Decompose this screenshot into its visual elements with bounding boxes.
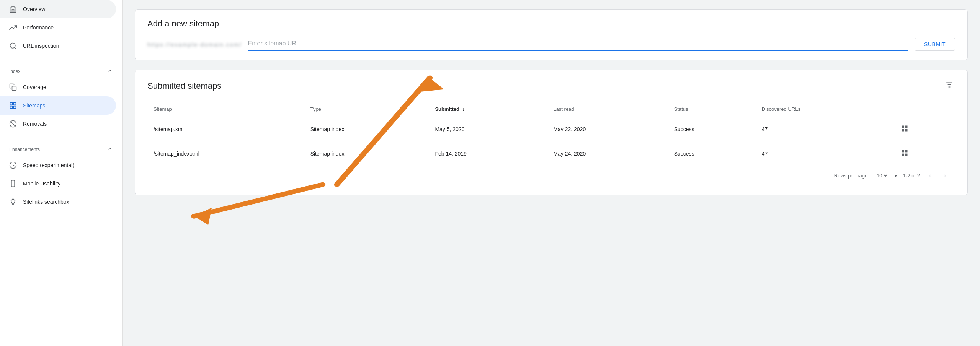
cell-discovered-urls: 47 (756, 141, 893, 166)
sidebar-item-label: Performance (23, 24, 54, 31)
prev-page-button[interactable]: ‹ (926, 170, 934, 181)
sidebar-item-mobile-usability[interactable]: Mobile Usability (0, 174, 116, 193)
sitemap-input-row: https://example-domain.com/ SUBMIT (147, 38, 955, 51)
rows-per-page-label: Rows per page: (834, 173, 869, 179)
filter-button[interactable] (944, 79, 955, 93)
cell-action (893, 141, 955, 166)
col-sitemap: Sitemap (147, 102, 304, 117)
svg-line-1 (15, 47, 16, 49)
section-label: Index (9, 69, 20, 74)
sitemaps-icon (9, 102, 17, 109)
sidebar-divider-2 (0, 136, 122, 136)
svg-rect-19 (905, 129, 908, 132)
svg-rect-22 (902, 154, 904, 156)
section-header-row: Submitted sitemaps (147, 79, 955, 93)
speed-icon (9, 161, 17, 169)
phone-icon (9, 180, 17, 187)
svg-rect-18 (902, 129, 904, 132)
sidebar-item-label: Removals (23, 121, 47, 127)
section-label: Enhancements (9, 147, 40, 152)
next-page-button[interactable]: › (941, 170, 949, 181)
sidebar-item-removals[interactable]: Removals (0, 115, 116, 133)
svg-rect-6 (10, 106, 13, 109)
rows-per-page-select[interactable]: 10 25 50 (875, 172, 889, 179)
diamond-icon (9, 198, 17, 206)
cell-last-read: May 22, 2020 (547, 117, 668, 141)
sidebar-item-label: Speed (experimental) (23, 162, 74, 168)
sidebar-section-index: Index (0, 65, 122, 78)
col-type: Type (304, 102, 429, 117)
row-action-button[interactable] (899, 148, 910, 159)
sidebar: Overview Performance URL inspection Inde… (0, 0, 122, 346)
cell-status: Success (668, 117, 756, 141)
sidebar-item-speed[interactable]: Speed (experimental) (0, 156, 116, 174)
svg-marker-27 (194, 208, 212, 225)
svg-rect-16 (902, 126, 904, 128)
svg-rect-2 (12, 86, 16, 91)
submitted-sitemaps-title: Submitted sitemaps (147, 81, 221, 91)
svg-rect-21 (905, 150, 908, 153)
main-content: Add a new sitemap https://example-domain… (122, 0, 980, 346)
collapse-icon (107, 68, 113, 75)
sidebar-item-overview[interactable]: Overview (0, 0, 116, 18)
table-header: Sitemap Type Submitted ↓ Last read Statu… (147, 102, 955, 117)
sidebar-item-url-inspection[interactable]: URL inspection (0, 37, 116, 55)
col-submitted[interactable]: Submitted ↓ (429, 102, 547, 117)
url-prefix: https://example-domain.com/ (147, 41, 242, 51)
sitemap-input-wrapper (248, 39, 909, 51)
svg-rect-3 (10, 103, 13, 105)
file-copy-icon (9, 83, 17, 91)
col-submitted-label: Submitted (435, 106, 459, 112)
cell-submitted: Feb 14, 2019 (429, 141, 547, 166)
svg-line-8 (11, 122, 15, 126)
search-icon (9, 42, 17, 50)
cell-action (893, 117, 955, 141)
remove-circle-icon (9, 120, 17, 128)
page-range: 1-2 of 2 (903, 173, 920, 179)
col-actions (893, 102, 955, 117)
cell-sitemap: /sitemap_index.xml (147, 141, 304, 166)
svg-rect-10 (11, 180, 15, 187)
cell-last-read: May 24, 2020 (547, 141, 668, 166)
add-sitemap-title: Add a new sitemap (147, 19, 955, 29)
cell-type: Sitemap index (304, 117, 429, 141)
cell-type: Sitemap index (304, 141, 429, 166)
add-sitemap-card: Add a new sitemap https://example-domain… (135, 9, 968, 60)
sidebar-item-label: Coverage (23, 84, 46, 90)
cell-discovered-urls: 47 (756, 117, 893, 141)
sort-desc-icon: ↓ (462, 106, 465, 112)
submit-button[interactable]: SUBMIT (915, 38, 955, 51)
sidebar-section-enhancements: Enhancements (0, 143, 122, 156)
cell-submitted: May 5, 2020 (429, 117, 547, 141)
pagination: Rows per page: 10 25 50 ▾ 1-2 of 2 ‹ › (147, 166, 955, 186)
table-body: /sitemap.xml Sitemap index May 5, 2020 M… (147, 117, 955, 166)
sidebar-divider-1 (0, 58, 122, 58)
header-row: Sitemap Type Submitted ↓ Last read Statu… (147, 102, 955, 117)
row-action-button[interactable] (899, 123, 910, 135)
table-row: /sitemap_index.xml Sitemap index Feb 14,… (147, 141, 955, 166)
submitted-sitemaps-card: Submitted sitemaps Sitemap Type Submitte… (135, 70, 968, 195)
svg-rect-5 (14, 106, 16, 109)
svg-rect-23 (905, 154, 908, 156)
sitemap-url-input[interactable] (248, 39, 909, 49)
trending-up-icon (9, 24, 17, 31)
col-discovered-urls: Discovered URLs (756, 102, 893, 117)
sidebar-item-label: Sitelinks searchbox (23, 199, 69, 205)
svg-marker-12 (11, 199, 15, 205)
cell-sitemap: /sitemap.xml (147, 117, 304, 141)
sidebar-item-label: URL inspection (23, 43, 59, 49)
sidebar-item-label: Mobile Usability (23, 180, 60, 187)
collapse-icon-enhancements (107, 146, 113, 153)
col-last-read: Last read (547, 102, 668, 117)
sidebar-item-performance[interactable]: Performance (0, 18, 116, 37)
table-row: /sitemap.xml Sitemap index May 5, 2020 M… (147, 117, 955, 141)
svg-rect-20 (902, 150, 904, 153)
sidebar-item-sitemaps[interactable]: Sitemaps (0, 96, 116, 115)
svg-rect-17 (905, 126, 908, 128)
svg-rect-4 (14, 103, 16, 105)
sidebar-item-coverage[interactable]: Coverage (0, 78, 116, 96)
cell-status: Success (668, 141, 756, 166)
sidebar-item-label: Overview (23, 6, 45, 12)
sidebar-item-sitelinks-searchbox[interactable]: Sitelinks searchbox (0, 193, 116, 211)
col-status: Status (668, 102, 756, 117)
